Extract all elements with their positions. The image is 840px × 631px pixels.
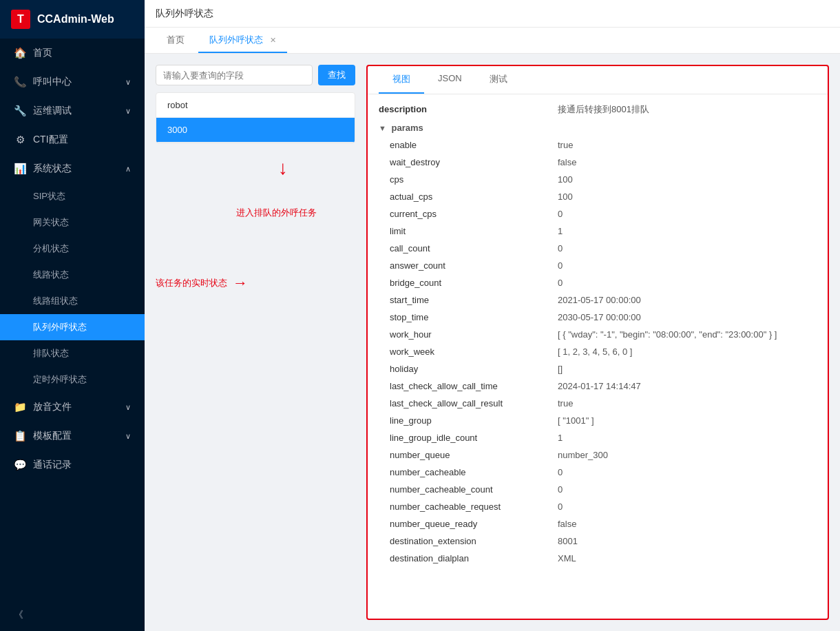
sidebar-collapse-button[interactable]: 《 [0,599,145,631]
sidebar: T CCAdmin-Web 🏠 首页 📞 呼叫中心 ∨ 🔧 运维调试 ∨ ⚙ C… [0,0,145,631]
table-row: last_check_allow_call_resulttrue [368,395,828,412]
row-value: 接通后转接到8001排队 [558,103,649,116]
row-value: 0 [558,484,563,495]
table-row: start_time2021-05-17 00:00:00 [368,291,828,309]
row-key: destination_dialplan [379,553,558,563]
row-value: 0 [558,260,563,271]
row-key: stop_time [379,312,558,322]
row-value: 0 [558,501,563,512]
sidebar-sub-label: 排队状态 [33,347,69,360]
sidebar-item-callcenter[interactable]: 📞 呼叫中心 ∨ [0,68,145,96]
table-row: destination_extension8001 [368,532,828,550]
row-key: answer_count [379,260,558,271]
chevron-down-icon: ∨ [125,432,131,441]
app-logo: T CCAdmin-Web [0,0,145,39]
collapse-icon: 《 [14,609,23,620]
sidebar-item-linegroup[interactable]: 线路组状态 [0,288,145,314]
table-row: last_check_allow_call_time2024-01-17 14:… [368,377,828,395]
logo-icon: T [11,10,30,29]
sidebar-item-queue[interactable]: 排队状态 [0,340,145,366]
panel-tab-view[interactable]: 视图 [379,66,424,94]
chevron-down-icon: ∨ [125,107,131,116]
tab-queue-call[interactable]: 队列外呼状态 ✕ [198,28,287,53]
row-key: cps [379,174,558,185]
sidebar-item-gateway[interactable]: 网关状态 [0,209,145,236]
table-row: number_cacheable_count0 [368,481,828,498]
sidebar-sub-label: 线路状态 [33,269,69,281]
table-row: cps100 [368,171,828,188]
sidebar-item-ops[interactable]: 🔧 运维调试 ∨ [0,96,145,125]
row-value: XML [558,553,576,563]
tab-home[interactable]: 首页 [156,28,196,53]
sidebar-item-scheduled-call[interactable]: 定时外呼状态 [0,366,145,393]
sidebar-item-label: 模板配置 [33,430,72,442]
sidebar-item-queue-call[interactable]: 队列外呼状态 [0,314,145,340]
app-title: CCAdmin-Web [37,13,114,25]
row-value: 8001 [558,536,578,546]
row-key: last_check_allow_call_result [379,398,558,408]
tab-label: 队列外呼状态 [209,34,263,45]
arrow-right-icon: → [233,274,248,292]
sidebar-sub-label: 定时外呼状态 [33,373,87,386]
panel-tab-json[interactable]: JSON [424,66,476,94]
template-icon: 📋 [14,430,26,442]
row-key: description [379,104,558,114]
table-row: enabletrue [368,136,828,154]
row-value: [] [558,364,563,374]
table-row: bridge_count0 [368,274,828,291]
wrench-icon: 🔧 [14,105,26,117]
table-row: wait_destroyfalse [368,154,828,171]
sidebar-item-extension[interactable]: 分机状态 [0,236,145,262]
sidebar-sub-label: 队列外呼状态 [33,321,87,333]
sidebar-sub-label: 分机状态 [33,242,69,255]
sidebar-item-label: CTI配置 [33,134,68,146]
arrow-down-icon: ↓ [211,157,355,179]
list-item[interactable]: robot [156,93,355,118]
table-row: number_queuenumber_300 [368,446,828,464]
panel-tab-test[interactable]: 测试 [476,66,521,94]
row-key: start_time [379,295,558,305]
table-row: call_count0 [368,240,828,257]
panel-tab-label: 视图 [392,74,410,84]
search-button[interactable]: 查找 [318,65,355,85]
chevron-down-icon: ∨ [125,78,131,87]
row-key: work_hour [379,329,558,340]
row-value: 2024-01-17 14:14:47 [558,381,641,391]
sidebar-item-cti[interactable]: ⚙ CTI配置 [0,125,145,154]
chevron-up-icon: ∧ [125,165,131,174]
sidebar-item-audio[interactable]: 📁 放音文件 ∨ [0,393,145,422]
sidebar-item-line[interactable]: 线路状态 [0,262,145,288]
row-value: 100 [558,192,573,202]
folder-icon: 📁 [14,401,26,413]
row-value: [ 1, 2, 3, 4, 5, 6, 0 ] [558,346,632,357]
sidebar-item-label: 通话记录 [33,459,72,471]
row-value: 0 [558,209,563,219]
sidebar-item-label: 系统状态 [33,163,72,175]
row-key: number_queue [379,450,558,460]
row-key: actual_cps [379,192,558,202]
sidebar-item-template[interactable]: 📋 模板配置 ∨ [0,422,145,451]
row-value: 100 [558,174,573,185]
sidebar-item-label: 运维调试 [33,105,72,117]
row-key: wait_destroy [379,157,558,167]
row-value: [ { "wday": "-1", "begin": "08:00:00", "… [558,329,777,340]
row-key: last_check_allow_call_time [379,381,558,391]
sidebar-item-sip[interactable]: SIP状态 [0,183,145,209]
list-item-selected[interactable]: 3000 [156,118,355,143]
search-input[interactable] [156,65,313,85]
topbar: 队列外呼状态 [145,0,840,28]
row-value: 0 [558,278,563,288]
row-key: number_cacheable_request [379,501,558,512]
sidebar-item-home[interactable]: 🏠 首页 [0,39,145,68]
row-key: enable [379,140,558,150]
row-value: true [558,140,573,150]
sidebar-item-calls[interactable]: 💬 通话记录 [0,451,145,479]
sidebar-item-label: 首页 [33,47,52,59]
row-value: 1 [558,433,563,443]
sidebar-item-label: 呼叫中心 [33,76,72,88]
close-icon[interactable]: ✕ [270,36,276,44]
phone-icon: 📞 [14,76,26,88]
sidebar-sub-label: 网关状态 [33,216,69,229]
expand-icon: ▼ [379,124,386,132]
sidebar-item-sysstat[interactable]: 📊 系统状态 ∧ [0,154,145,183]
